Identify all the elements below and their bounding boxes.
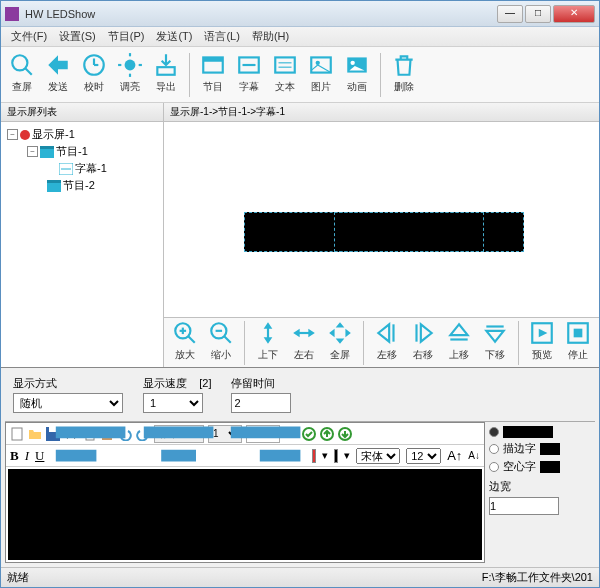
close-button[interactable]: ✕	[553, 5, 595, 23]
radio-icon	[489, 462, 499, 472]
leftright-button[interactable]: 左右	[287, 318, 321, 368]
menu-help[interactable]: 帮助(H)	[246, 29, 295, 44]
opt-outline[interactable]: 描边字	[489, 441, 591, 456]
tree-sub1[interactable]: 字幕-1	[3, 160, 161, 177]
send-button[interactable]: 发送	[41, 50, 75, 100]
subtitle-icon	[59, 163, 73, 175]
status-dot-icon	[20, 130, 30, 140]
program-label: 节目	[203, 80, 223, 94]
size-select[interactable]: 12	[406, 448, 441, 464]
tree-view[interactable]: −显示屏-1 −节目-1 字幕-1 节目-2	[1, 122, 163, 367]
svg-rect-27	[47, 180, 61, 183]
movedown-button[interactable]: 下移	[478, 318, 512, 368]
preview-button[interactable]: 预览	[525, 318, 559, 368]
delete-button[interactable]: 删除	[387, 50, 421, 100]
tree-label: 字幕-1	[75, 161, 107, 176]
underline-button[interactable]: U	[35, 448, 44, 464]
color-red[interactable]	[312, 449, 316, 463]
brightness-label: 调亮	[120, 80, 140, 94]
text-button[interactable]: 文本	[268, 50, 302, 100]
font-select[interactable]: 宋体	[356, 448, 400, 464]
moveright-button[interactable]: 右移	[406, 318, 440, 368]
menu-send[interactable]: 发送(T)	[150, 29, 198, 44]
svg-line-34	[224, 336, 231, 343]
search-button[interactable]: 查屏	[5, 50, 39, 100]
selection-box[interactable]	[334, 212, 484, 252]
moveleft-button[interactable]: 左移	[370, 318, 404, 368]
radio-icon	[489, 427, 499, 437]
open-icon[interactable]	[28, 427, 42, 441]
brightness-button[interactable]: 调亮	[113, 50, 147, 100]
minimize-button[interactable]: —	[497, 5, 523, 23]
tree-panel: 显示屏列表 −显示屏-1 −节目-1 字幕-1 节目-2	[1, 103, 164, 367]
export-button[interactable]: 导出	[149, 50, 183, 100]
increase-font-button[interactable]: A↑	[447, 448, 462, 463]
program-button[interactable]: 节目	[196, 50, 230, 100]
animation-button[interactable]: 动画	[340, 50, 374, 100]
svg-rect-23	[40, 146, 54, 149]
main-content: 显示屏列表 −显示屏-1 −节目-1 字幕-1 节目-2 显示屏-1->节目-1…	[1, 103, 599, 367]
subtitle-button[interactable]: 字幕	[232, 50, 266, 100]
opt-normal[interactable]	[489, 426, 591, 438]
props-row: 显示方式 随机 显示速度 [2] 1 停留时间	[1, 368, 599, 417]
side-options: 描边字 空心字 边宽	[485, 422, 595, 563]
send-label: 发送	[48, 80, 68, 94]
status-ready: 就绪	[7, 570, 482, 585]
stay-input[interactable]	[231, 393, 291, 413]
label: 预览	[532, 348, 552, 362]
picture-button[interactable]: 图片	[304, 50, 338, 100]
separator	[363, 321, 364, 365]
expand-icon[interactable]: −	[27, 146, 38, 157]
text-label: 文本	[275, 80, 295, 94]
label: 右移	[413, 348, 433, 362]
opt-hollow[interactable]: 空心字	[489, 459, 591, 474]
italic-button[interactable]: I	[25, 448, 29, 464]
titlebar[interactable]: HW LEDShow — □ ✕	[1, 1, 599, 27]
down-arrow-icon[interactable]	[338, 427, 352, 441]
label: 缩小	[211, 348, 231, 362]
svg-rect-44	[12, 428, 22, 440]
preview-canvas[interactable]	[164, 122, 599, 317]
display-mode-select[interactable]: 随机	[13, 393, 123, 413]
width-input[interactable]	[489, 497, 559, 515]
maximize-button[interactable]: □	[525, 5, 551, 23]
svg-rect-43	[574, 328, 583, 337]
menu-program[interactable]: 节目(P)	[102, 29, 151, 44]
breadcrumb: 显示屏-1->节目-1->字幕-1	[164, 103, 599, 122]
menu-language[interactable]: 语言(L)	[198, 29, 245, 44]
expand-icon[interactable]: −	[7, 129, 18, 140]
menu-file[interactable]: 文件(F)	[5, 29, 53, 44]
tree-prog1[interactable]: −节目-1	[3, 143, 161, 160]
canvas-toolbar: 放大 缩小 上下 左右 全屏 左移 右移 上移 下移 预览 停止	[164, 317, 599, 367]
moveup-button[interactable]: 上移	[442, 318, 476, 368]
tree-label: 节目-2	[63, 178, 95, 193]
radio-icon	[489, 444, 499, 454]
up-arrow-icon[interactable]	[320, 427, 334, 441]
new-icon[interactable]	[10, 427, 24, 441]
hollow-label: 空心字	[503, 459, 536, 474]
app-icon	[5, 7, 19, 21]
svg-rect-10	[157, 67, 174, 75]
label: 上移	[449, 348, 469, 362]
zoomin-button[interactable]: 放大	[168, 318, 202, 368]
speed-select[interactable]: 1	[143, 393, 203, 413]
time-button[interactable]: 校时	[77, 50, 111, 100]
decrease-font-button[interactable]: A↓	[468, 450, 480, 461]
label: 下移	[485, 348, 505, 362]
tree-screen[interactable]: −显示屏-1	[3, 126, 161, 143]
full-button[interactable]: 全屏	[323, 318, 357, 368]
label: 上下	[258, 348, 278, 362]
format-toolbar: B I U ▾ ▾ 宋体 12 A↑ A↓	[6, 445, 484, 467]
updown-button[interactable]: 上下	[251, 318, 285, 368]
color-black[interactable]	[334, 449, 338, 463]
menu-settings[interactable]: 设置(S)	[53, 29, 102, 44]
tree-label: 显示屏-1	[32, 127, 75, 142]
outline-label: 描边字	[503, 441, 536, 456]
zoomout-button[interactable]: 缩小	[204, 318, 238, 368]
display-mode-label: 显示方式	[13, 376, 123, 391]
bold-button[interactable]: B	[10, 448, 19, 464]
stop-button[interactable]: 停止	[561, 318, 595, 368]
tree-prog2[interactable]: 节目-2	[3, 177, 161, 194]
text-canvas[interactable]	[8, 469, 482, 560]
animation-label: 动画	[347, 80, 367, 94]
